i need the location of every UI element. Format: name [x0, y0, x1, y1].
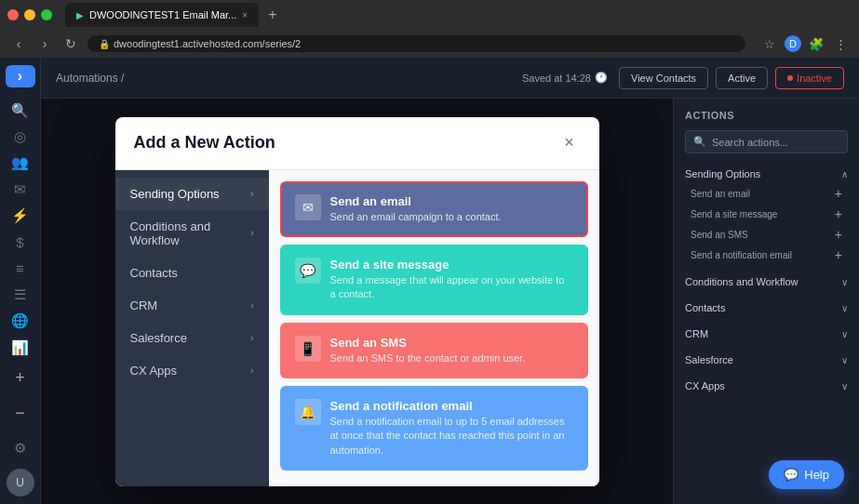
panel-section-sending-title: Sending Options — [685, 168, 760, 179]
panel-section-crm-header[interactable]: CRM ∨ — [685, 325, 848, 343]
action-desc-notification: Send a notification email to up to 5 ema… — [330, 415, 573, 458]
panel-section-crm: CRM ∨ — [685, 325, 848, 343]
modal-body: Sending Options › Conditions and Workflo… — [115, 170, 599, 486]
traffic-light-yellow[interactable] — [24, 9, 35, 20]
modal-nav-item-crm[interactable]: CRM › — [115, 289, 269, 322]
action-desc-email: Send an email campaign to a contact. — [330, 210, 573, 224]
sidebar-item-deals[interactable]: $ — [6, 231, 35, 253]
active-button[interactable]: Active — [716, 67, 768, 89]
action-title-sms: Send an SMS — [330, 336, 573, 350]
sidebar-logo[interactable]: › — [6, 65, 35, 87]
modal-nav: Sending Options › Conditions and Workflo… — [115, 170, 269, 486]
panel-item-site-message: Send a site message + — [685, 204, 848, 224]
sidebar-item-location[interactable]: ◎ — [6, 126, 35, 148]
add-site-message-button[interactable]: + — [835, 206, 842, 221]
action-card-site-message[interactable]: 💬 Send a site message Send a message tha… — [280, 245, 588, 315]
modal-nav-item-salesforce[interactable]: Salesforce › — [115, 322, 269, 354]
sidebar-item-reports[interactable]: ≡ — [6, 258, 35, 280]
panel-item-send-email: Send an email + — [685, 183, 848, 204]
action-card-send-email[interactable]: ✉ Send an email Send an email campaign t… — [280, 181, 588, 237]
panel-section-sending-header[interactable]: Sending Options ∧ — [685, 165, 848, 183]
modal-nav-item-cxapps[interactable]: CX Apps › — [115, 354, 269, 387]
nav-chevron-salesforce: › — [250, 333, 253, 343]
sidebar-item-global[interactable]: 🌐 — [6, 310, 35, 332]
panel-section-conditions-header[interactable]: Conditions and Workflow ∨ — [685, 272, 848, 291]
action-title-email: Send an email — [330, 194, 573, 208]
panel-section-salesforce-toggle: ∨ — [841, 355, 848, 365]
sidebar-item-contacts[interactable]: 👥 — [6, 152, 35, 174]
modal-header: Add a New Action × — [115, 117, 599, 170]
action-title-site-message: Send a site message — [330, 258, 573, 272]
nav-chevron-conditions: › — [250, 228, 253, 238]
sidebar-item-automation[interactable]: ⚡ — [6, 205, 35, 227]
refresh-button[interactable]: ↻ — [61, 36, 80, 51]
action-desc-sms: Send an SMS to the contact or admin user… — [330, 351, 573, 365]
panel-section-conditions-toggle: ∨ — [841, 277, 848, 287]
modal-nav-item-sending[interactable]: Sending Options › — [115, 178, 269, 210]
browser-chrome: ▶ DWOODINGTEST1 Email Mar... × + ‹ › ↻ 🔒… — [0, 0, 859, 58]
panel-section-cxapps-header[interactable]: CX Apps ∨ — [685, 377, 848, 395]
sidebar-item-list[interactable]: ☰ — [6, 284, 35, 306]
clock-icon: 🕐 — [595, 72, 608, 84]
panel-section-sending: Sending Options ∧ Send an email + Send a… — [685, 165, 848, 265]
active-tab[interactable]: ▶ DWOODINGTEST1 Email Mar... × — [65, 3, 259, 27]
modal-dialog: Add a New Action × Sending Options › — [115, 117, 599, 486]
back-button[interactable]: ‹ — [9, 36, 28, 51]
tab-close[interactable]: × — [242, 10, 248, 20]
panel-section-cxapps-toggle: ∨ — [841, 381, 848, 391]
add-notification-button[interactable]: + — [835, 247, 842, 262]
panel-section-cxapps: CX Apps ∨ — [685, 377, 848, 395]
logo-icon: › — [18, 68, 22, 85]
panel-item-sms: Send an SMS + — [685, 224, 848, 245]
user-avatar[interactable]: U — [7, 469, 34, 497]
panel-title: Actions — [685, 110, 848, 121]
panel-section-contacts: Contacts ∨ — [685, 298, 848, 317]
panel-section-contacts-header[interactable]: Contacts ∨ — [685, 298, 848, 317]
traffic-light-green[interactable] — [41, 9, 52, 20]
inactive-button[interactable]: Inactive — [775, 67, 844, 89]
right-panel: Actions 🔍 Search actions... Sending Opti… — [673, 99, 859, 504]
notification-icon: 🔔 — [295, 399, 321, 425]
modal-close-button[interactable]: × — [558, 132, 581, 154]
sidebar-item-email[interactable]: ✉ — [6, 178, 35, 200]
extension-icon[interactable]: 🧩 — [807, 37, 825, 51]
modal-title: Add a New Action — [134, 133, 275, 153]
panel-item-notification: Send a notification email + — [685, 245, 848, 265]
panel-section-sending-toggle: ∧ — [841, 169, 848, 179]
star-icon[interactable]: ☆ — [760, 37, 779, 51]
menu-icon[interactable]: ⋮ — [831, 37, 850, 51]
main-content: Automations / Saved at 14:28 🕐 View Cont… — [41, 58, 859, 504]
tab-label: DWOODINGTEST1 Email Mar... — [89, 9, 236, 20]
new-tab-button[interactable]: + — [262, 7, 282, 23]
modal-nav-item-contacts[interactable]: Contacts — [115, 257, 269, 289]
profile-icon[interactable]: D — [785, 35, 801, 52]
modal-nav-item-conditions[interactable]: Conditions and Workflow › — [115, 210, 269, 257]
email-icon: ✉ — [295, 194, 321, 220]
add-sms-button[interactable]: + — [835, 227, 842, 242]
help-button[interactable]: 💬 Help — [769, 460, 844, 489]
forward-button[interactable]: › — [35, 36, 54, 51]
panel-section-crm-toggle: ∨ — [841, 329, 848, 339]
modal-overlay[interactable]: Add a New Action × Sending Options › — [41, 99, 673, 504]
action-title-notification: Send a notification email — [330, 399, 573, 413]
top-bar-actions: View Contacts Active Inactive — [619, 67, 844, 89]
site-message-icon: 💬 — [295, 258, 321, 284]
search-actions-input[interactable]: 🔍 Search actions... — [685, 130, 848, 153]
modal-content-area: ✉ Send an email Send an email campaign t… — [269, 170, 599, 486]
saved-status: Saved at 14:28 🕐 — [522, 72, 608, 84]
address-text: dwoodingtest1.activehosted.com/series/2 — [114, 38, 301, 49]
panel-section-salesforce-header[interactable]: Salesforce ∨ — [685, 351, 848, 369]
sidebar-item-settings[interactable]: ⚙ — [6, 433, 35, 463]
view-contacts-button[interactable]: View Contacts — [619, 67, 708, 89]
add-send-email-button[interactable]: + — [835, 186, 842, 201]
sidebar-item-analytics[interactable]: 📊 — [6, 337, 35, 359]
action-card-notification[interactable]: 🔔 Send a notification email Send a notif… — [280, 386, 588, 471]
address-bar[interactable]: 🔒 dwoodingtest1.activehosted.com/series/… — [87, 35, 745, 52]
sidebar-item-plus[interactable]: + — [6, 363, 35, 392]
traffic-light-red[interactable] — [7, 9, 19, 20]
inactive-dot — [787, 75, 793, 81]
sidebar-item-search[interactable]: 🔍 — [6, 99, 35, 121]
action-desc-site-message: Send a message that will appear on your … — [330, 273, 573, 302]
sidebar-item-minus[interactable]: − — [6, 398, 35, 428]
action-card-sms[interactable]: 📱 Send an SMS Send an SMS to the contact… — [280, 323, 588, 378]
